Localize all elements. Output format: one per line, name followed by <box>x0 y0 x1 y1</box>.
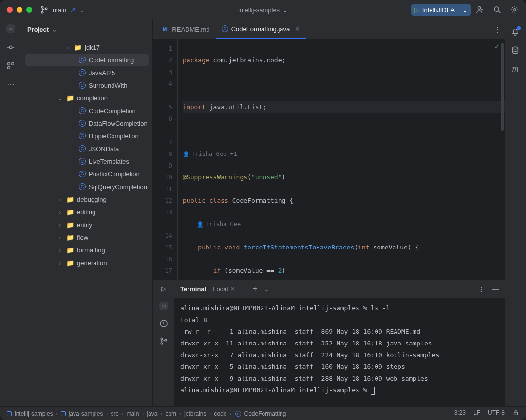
terminal-hide-icon[interactable]: — <box>492 286 499 293</box>
tree-folder-completion[interactable]: ⌄📁completion <box>21 92 152 104</box>
bottom-left-tool-strip: ▷ <box>153 280 174 406</box>
svg-point-13 <box>161 343 163 344</box>
collab-icon[interactable] <box>475 5 484 14</box>
terminal-title: Terminal <box>180 286 206 293</box>
code-editor[interactable]: ✓ 1 2 3 4 5 6 7 8 9 10 11 12 13 14 15 <box>153 39 505 280</box>
breadcrumb-item[interactable]: com <box>165 410 176 417</box>
breadcrumb-item[interactable]: jetbrains <box>184 410 206 417</box>
zoom-window[interactable] <box>26 7 32 13</box>
caret-position[interactable]: 3:23 <box>454 409 466 418</box>
project-panel-header[interactable]: Project ⌄ <box>21 19 152 39</box>
tab-codeformatting[interactable]: C CodeFormatting.java ✕ <box>216 19 306 39</box>
svg-point-3 <box>478 7 480 9</box>
breadcrumb-root[interactable]: intellij-samples <box>7 410 53 417</box>
structure-tool-icon[interactable] <box>6 61 15 70</box>
tree-folder-entity[interactable]: ›📁entity <box>21 218 152 231</box>
svg-rect-7 <box>8 63 10 65</box>
left-tool-strip: ⋯ <box>0 19 21 406</box>
minimize-window[interactable] <box>17 7 22 13</box>
line-ending[interactable]: LF <box>473 409 480 418</box>
project-selector[interactable]: intellij-samples ⌄ <box>238 6 288 14</box>
chevron-down-icon: ⌄ <box>79 6 85 14</box>
svg-point-15 <box>513 47 518 49</box>
tree-class-jsondata[interactable]: CJSONData <box>21 142 152 155</box>
markdown-icon: M↓ <box>163 27 169 32</box>
tree-class-surroundwith[interactable]: CSurroundWith <box>21 79 152 92</box>
tree-class-codecompletion[interactable]: CCodeCompletion <box>21 104 152 117</box>
run-config-name: IntelliJIDEA <box>422 6 455 14</box>
inspection-ok-icon[interactable]: ✓ <box>494 43 500 50</box>
branch-name: main <box>53 6 66 14</box>
breadcrumb-item[interactable]: main <box>126 410 139 417</box>
terminal-header: Terminal Local ✕ │ + ⌄ ⋮ — <box>174 280 505 298</box>
close-window[interactable] <box>7 7 13 13</box>
run-config-widget[interactable]: ▷ IntelliJIDEA ⌄ <box>411 4 471 16</box>
terminal-new-icon[interactable]: + <box>253 285 257 293</box>
tree-folder-editing[interactable]: ›📁editing <box>21 206 152 218</box>
tabs-more-icon[interactable]: ⋮ <box>494 26 501 33</box>
svg-rect-10 <box>162 305 165 307</box>
tree-class-livetemplates[interactable]: CLiveTemplates <box>21 155 152 168</box>
database-icon[interactable] <box>511 46 520 55</box>
tree-folder-generation[interactable]: ›📁generation <box>21 256 152 269</box>
tab-readme[interactable]: M↓ README.md <box>157 19 216 39</box>
svg-rect-9 <box>8 67 10 69</box>
terminal-tab-local[interactable]: Local ✕ <box>213 286 235 293</box>
project-name: intellij-samples <box>238 6 280 14</box>
tree-folder-debugging[interactable]: ›📁debugging <box>21 193 152 206</box>
problems-tool-icon[interactable] <box>159 319 168 328</box>
main-area: ⋯ Project ⌄ ›📁jdk17 CCodeFormatting CJav… <box>0 19 526 406</box>
svg-point-2 <box>45 8 47 10</box>
external-link-icon: ↗ <box>70 6 75 14</box>
notifications-icon[interactable] <box>511 27 520 36</box>
gutter: 1 2 3 4 5 6 7 8 9 10 11 12 13 14 15 16 1… <box>153 39 177 280</box>
search-icon[interactable] <box>493 5 502 14</box>
svg-point-1 <box>41 11 43 13</box>
breadcrumb-item[interactable]: code <box>214 410 226 417</box>
tree-folder-formatting[interactable]: ›📁formatting <box>21 244 152 256</box>
tree-class-postfixcompletion[interactable]: CPostfixCompletion <box>21 168 152 180</box>
svg-point-0 <box>41 6 43 8</box>
breadcrumb-file[interactable]: CCodeFormatting <box>235 410 286 417</box>
titlebar: main ↗ ⌄ intellij-samples ⌄ ▷ IntelliJID… <box>0 0 526 19</box>
svg-point-6 <box>9 46 12 48</box>
breadcrumb-item[interactable]: src <box>111 410 118 417</box>
tree-class-dataflowcompletion[interactable]: CDataFlowCompletion <box>21 117 152 130</box>
chevron-down-icon[interactable]: ⌄ <box>264 286 269 293</box>
code-content[interactable]: package com.jetbrains.code; import java.… <box>177 39 505 280</box>
play-icon: ▷ <box>414 6 419 14</box>
project-tree: ›📁jdk17 CCodeFormatting CJavaAt25 CSurro… <box>21 39 152 406</box>
terminal-options-icon[interactable]: ⋮ <box>478 286 485 293</box>
tree-folder-jdk17[interactable]: ›📁jdk17 <box>21 41 152 54</box>
file-encoding[interactable]: UTF-8 <box>488 409 505 418</box>
svg-point-4 <box>494 7 499 11</box>
breadcrumb-item[interactable]: java <box>147 410 157 417</box>
breadcrumb-item[interactable]: java-samples <box>61 410 103 417</box>
chevron-down-icon: ⌄ <box>282 6 288 14</box>
run-tool-icon[interactable]: ▷ <box>159 284 168 293</box>
titlebar-right-icons <box>475 5 519 14</box>
tree-folder-flow[interactable]: ›📁flow <box>21 231 152 244</box>
vcs-branch-widget[interactable]: main ↗ ⌄ <box>40 5 85 14</box>
settings-gear-icon[interactable] <box>510 5 519 14</box>
project-tool-icon[interactable] <box>6 24 15 33</box>
maven-icon[interactable]: m <box>511 64 520 73</box>
editor-scrollbar[interactable] <box>501 43 504 131</box>
readonly-lock-icon[interactable] <box>512 409 519 418</box>
terminal-split-icon[interactable]: │ <box>242 286 246 293</box>
terminal-output[interactable]: alina.mishina@NLTMP0021-AlinaM intellij-… <box>174 298 505 406</box>
terminal-tool-icon[interactable] <box>159 302 168 310</box>
more-tool-icon[interactable]: ⋯ <box>6 80 15 89</box>
tree-class-codeformatting[interactable]: CCodeFormatting <box>25 54 149 66</box>
statusbar: intellij-samples › java-samples ›src ›ma… <box>0 406 526 420</box>
close-tab-icon[interactable]: ✕ <box>295 25 300 33</box>
commit-tool-icon[interactable] <box>6 43 15 52</box>
tree-class-hippiecompletion[interactable]: CHippieCompletion <box>21 130 152 142</box>
svg-point-14 <box>165 339 167 341</box>
project-panel: Project ⌄ ›📁jdk17 CCodeFormatting CJavaA… <box>21 19 153 406</box>
vcs-tool-icon[interactable] <box>159 337 168 345</box>
tree-class-sqlquerycompletion[interactable]: CSqlQueryCompletion <box>21 180 152 193</box>
svg-rect-16 <box>514 412 518 415</box>
right-tool-strip: m <box>505 19 526 406</box>
tree-class-javaat25[interactable]: CJavaAt25 <box>21 66 152 79</box>
